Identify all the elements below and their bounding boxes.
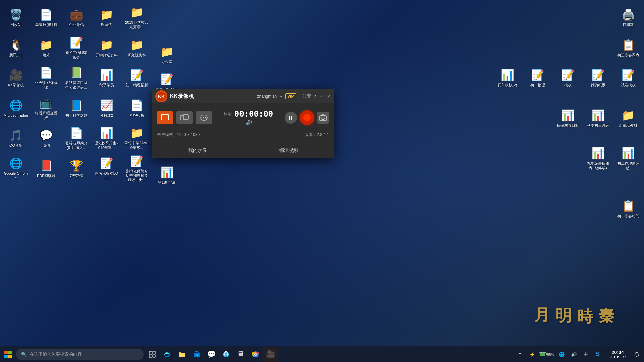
start-button[interactable]: [0, 346, 16, 362]
icon-yule[interactable]: 📁 娱乐: [32, 34, 60, 62]
kk-timer: 00:00:00: [234, 109, 273, 119]
icon-wechat[interactable]: 💬 微信: [32, 124, 60, 153]
kk-logo: KK: [155, 90, 167, 102]
icon-physics-recruit[interactable]: 📝 初一物理招新: [122, 64, 151, 92]
kk-help-button[interactable]: ?: [314, 94, 316, 99]
icon-class-schedule[interactable]: 📋 初三寒春课表: [614, 34, 642, 62]
icon-solution[interactable]: 📊 第1讲 溶液: [153, 161, 181, 189]
icon-dingjing-material[interactable]: 📁 点睛班教材: [614, 104, 642, 132]
icon-g2-physics-week[interactable]: 📊 初二物理周综练: [614, 144, 642, 173]
kk-action-buttons: [285, 110, 329, 125]
kk-volume-icon[interactable]: 🔊: [245, 120, 252, 125]
network-icon[interactable]: 🌐: [556, 347, 567, 362]
icon-penalty-template[interactable]: 📊 罚单模板(2): [493, 64, 522, 92]
kk-edit-video-button[interactable]: 编辑视频: [243, 143, 334, 158]
icon-physics-notes[interactable]: 📝 张绵老师简介 初中物理精要 速记手册...: [122, 154, 151, 183]
desktop-icons-right: 🖨️ 打印室 📋 初三寒春课表 📊 罚单模板(2) 📝 初一物理 📝 模板: [493, 3, 642, 223]
kk-mode-game[interactable]: [196, 111, 212, 124]
icon-recruit-2019[interactable]: 📊 理化秋季招生2019年寒...: [92, 124, 121, 153]
icon-physics-parent[interactable]: 📝 新初二物理家长会: [62, 34, 91, 62]
icon-qq-music[interactable]: 🎵 QQ音乐: [2, 124, 30, 153]
taskbar-calculator[interactable]: 🖩: [233, 347, 248, 362]
icon-award-template[interactable]: 📄 喜报模板: [122, 94, 151, 122]
kk-mode-window[interactable]: [176, 111, 193, 124]
kk-dropdown-icon[interactable]: ▼: [279, 95, 283, 98]
svg-point-8: [205, 117, 206, 118]
taskbar-wechat[interactable]: 💬: [204, 347, 219, 362]
icon-autumn-target[interactable]: 📊 秋保寒春目标: [553, 104, 582, 132]
taskbar-edge[interactable]: [160, 347, 174, 362]
svg-rect-20: [149, 355, 152, 357]
icon-cuizhu[interactable]: 📁 翠竹中学部2019年寒...: [122, 124, 151, 153]
icon-exam-template[interactable]: 📝 试卷模板: [614, 64, 642, 92]
kk-mode-screen[interactable]: [157, 111, 173, 124]
icon-chrome[interactable]: 🌐 Google Chrome: [2, 154, 30, 183]
icon-2019-schools[interactable]: 📁 2019各学校八九开学...: [122, 3, 151, 32]
icon-office[interactable]: 📁 办公室: [153, 40, 181, 69]
icon-enterprise-wechat[interactable]: 💼 企业微信: [62, 3, 91, 32]
svg-rect-19: [153, 351, 155, 354]
notification-button[interactable]: [629, 347, 644, 362]
icon-honor-list[interactable]: 🏆 7光荣榜: [62, 154, 91, 183]
taskbar-datetime[interactable]: 20:04 2019/11/7: [606, 346, 629, 362]
icon-qq[interactable]: 🐧 腾讯QQ: [2, 34, 30, 62]
taskbar-store[interactable]: 🛍: [189, 347, 204, 362]
icon-institute-materials[interactable]: 📁 研究院资料: [122, 34, 151, 62]
kk-my-recordings-button[interactable]: 我的录像: [152, 143, 243, 158]
kk-vip-badge: VIP: [285, 93, 296, 99]
icon-pdf-reader[interactable]: 📕 PDF阅读器: [32, 154, 60, 183]
kk-user-area: zhangmian ▼ VIP: [257, 93, 296, 99]
icon-bilibili[interactable]: 📺 哔哩哔哩直播姬: [32, 94, 60, 122]
desktop-icons-col2: 📄 马银炫演讲稿 📁 娱乐 📄 凸透镜 成像规律 📺 哔哩哔哩直播姬 💬 微信 …: [32, 3, 60, 183]
svg-point-9: [206, 117, 207, 118]
icon-science-journey[interactable]: 📘 初一科学之旅: [62, 94, 91, 122]
search-input[interactable]: [30, 352, 139, 357]
taskbar-kk[interactable]: 🎥: [263, 347, 278, 362]
icon-g9-schedule[interactable]: 📊 九年级暑秋课表 (总终稿): [584, 144, 612, 173]
icon-physics-g1[interactable]: 📝 初一物理: [523, 64, 552, 92]
icon-kk-recorder[interactable]: 🎥 KK录像机: [2, 64, 30, 92]
svg-rect-16: [4, 355, 8, 358]
kk-minimize-button[interactable]: ─: [320, 94, 323, 99]
kk-controls-row: 标清 00:00:00 🔊: [157, 107, 329, 128]
icon-kekeyou[interactable]: 📁 课课优: [92, 3, 121, 32]
kk-settings-button[interactable]: 设置: [303, 94, 311, 99]
icon-g2-winter-time[interactable]: 📋 初二寒春时间: [614, 194, 642, 223]
kk-screenshot-button[interactable]: [317, 112, 329, 124]
kk-close-button[interactable]: ✕: [327, 94, 331, 99]
desktop-icons-col1: 🗑️ 回收站 🐧 腾讯QQ 🎥 KK录像机 🌐 Microsoft Edge 🎵…: [2, 3, 30, 183]
svg-rect-0: [161, 115, 169, 120]
icon-autumn-students[interactable]: 📊 秋季学员: [92, 64, 121, 92]
desktop-icons-col3: 💼 企业微信 📝 新初二物理家长会 📗 暑秋保留目标 个人跟进表... 📘 初一…: [62, 3, 91, 183]
kk-pause-button[interactable]: [285, 112, 297, 124]
show-hidden-icons[interactable]: [515, 347, 525, 362]
desktop-icons-col5: 📁 2019各学校八九开学... 📁 研究院资料 📝 初一物理招新 📄 喜报模板…: [122, 3, 151, 183]
volume-icon[interactable]: 🔊: [569, 347, 579, 362]
taskbar-chrome[interactable]: [248, 347, 263, 362]
icon-print-room[interactable]: 🖨️ 打印室: [614, 3, 642, 32]
battery-percent: 88%: [547, 352, 554, 356]
kk-title: KK录像机: [170, 93, 257, 100]
power-icon[interactable]: ⚡: [527, 347, 537, 362]
icon-lens[interactable]: 📄 凸透镜 成像规律: [32, 64, 60, 92]
icon-teacher-profile[interactable]: 📄 张绵老师简介 (图片加文...: [62, 124, 91, 153]
icon-logo[interactable]: 📝 思考乐标准LOGO: [92, 154, 121, 183]
taskbar-search-box[interactable]: 🔍: [16, 349, 144, 360]
sogou-icon[interactable]: S: [593, 347, 603, 362]
kk-record-button[interactable]: [300, 110, 314, 125]
icon-score-line[interactable]: 📈 分数线2: [92, 94, 121, 122]
icon-mayinxuan[interactable]: 📄 马银炫演讲稿: [32, 3, 60, 32]
taskbar-ie[interactable]: [219, 347, 233, 362]
icon-target-track[interactable]: 📗 暑秋保留目标 个人跟进表...: [62, 64, 91, 92]
battery-indicator[interactable]: 88%: [539, 352, 554, 356]
icon-recycle-bin[interactable]: 🗑️ 回收站: [2, 3, 30, 32]
icon-autumn-g3-schedule[interactable]: 📊 秋季初三课表: [584, 104, 612, 132]
kk-version: 版本：2.8.4.1: [305, 132, 329, 138]
icon-my-accumulation[interactable]: 📝 我的积累: [584, 64, 612, 92]
language-indicator[interactable]: 中: [581, 347, 591, 362]
icon-template[interactable]: 📝 模板: [553, 64, 582, 92]
taskbar-file-explorer[interactable]: [174, 347, 189, 362]
icon-microsoft-edge[interactable]: 🌐 Microsoft Edge: [2, 94, 30, 122]
task-view-button[interactable]: [145, 347, 160, 362]
icon-gift-materials[interactable]: 📁 开学赠送资料: [92, 34, 121, 62]
